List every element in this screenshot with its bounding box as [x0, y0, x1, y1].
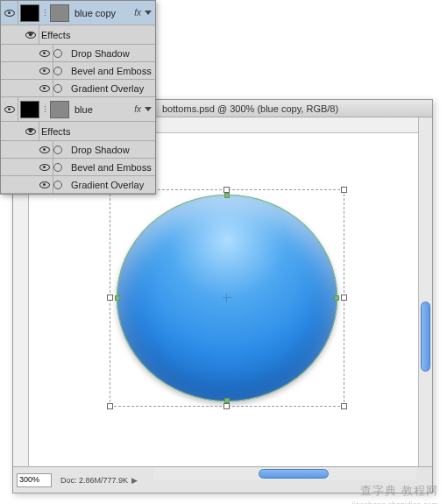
- effect-name: Gradient Overlay: [67, 83, 155, 94]
- effect-icon: [53, 67, 62, 75]
- link-icon[interactable]: ⋮: [41, 9, 48, 18]
- scrollbar-thumb[interactable]: [421, 302, 430, 372]
- document-title: bottoms.psd @ 300% (blue copy, RGB/8): [162, 103, 338, 114]
- transform-handle[interactable]: [107, 403, 113, 409]
- layer-thumbnail[interactable]: [20, 101, 39, 118]
- layer-thumbnail[interactable]: [20, 4, 39, 22]
- collapse-arrow-icon[interactable]: [145, 11, 152, 15]
- transform-handle[interactable]: [224, 403, 230, 409]
- transform-bounding-box[interactable]: [110, 189, 344, 407]
- scrollbar-thumb[interactable]: [259, 469, 329, 479]
- layers-panel[interactable]: ⋮ blue copy fx Effects Drop Shadow Bevel…: [0, 0, 156, 195]
- visibility-toggle[interactable]: [36, 45, 53, 61]
- fx-badge[interactable]: fx: [131, 8, 145, 18]
- effect-icon: [53, 163, 62, 172]
- effects-header[interactable]: Effects: [1, 122, 155, 141]
- link-icon[interactable]: ⋮: [41, 105, 48, 114]
- transform-handle[interactable]: [341, 295, 347, 301]
- layer-row[interactable]: ⋮ blue fx: [1, 97, 155, 122]
- transform-handle[interactable]: [224, 187, 230, 193]
- effects-label: Effects: [38, 30, 155, 40]
- scrollbar-horizontal[interactable]: [153, 468, 416, 480]
- eye-icon: [25, 128, 36, 135]
- visibility-toggle[interactable]: [36, 62, 53, 79]
- effect-row[interactable]: Gradient Overlay: [1, 80, 155, 97]
- mask-thumbnail[interactable]: [50, 4, 69, 22]
- document-size-info: Doc: 2.86M/777.9K: [55, 476, 128, 485]
- zoom-field[interactable]: 300%: [17, 473, 52, 487]
- eye-icon: [39, 146, 50, 153]
- visibility-toggle[interactable]: [1, 97, 18, 121]
- watermark-url: jiaocheng.chazidian.com: [351, 500, 438, 504]
- watermark: 查字典 教程网: [360, 483, 438, 499]
- visibility-toggle[interactable]: [36, 80, 53, 96]
- layer-row[interactable]: ⋮ blue copy fx: [1, 1, 155, 25]
- transform-center-icon[interactable]: [223, 294, 231, 302]
- effect-icon: [53, 181, 62, 189]
- effect-name: Bevel and Emboss: [67, 162, 155, 173]
- eye-icon: [25, 32, 36, 39]
- visibility-toggle[interactable]: [36, 159, 53, 175]
- eye-icon: [4, 10, 15, 17]
- effect-row[interactable]: Drop Shadow: [1, 45, 155, 62]
- layer-name[interactable]: blue copy: [71, 8, 131, 18]
- effects-header[interactable]: Effects: [1, 25, 155, 45]
- collapse-arrow-icon[interactable]: [145, 107, 152, 111]
- effect-name: Drop Shadow: [67, 48, 155, 59]
- effect-icon: [53, 146, 62, 154]
- visibility-toggle[interactable]: [1, 1, 18, 25]
- fx-badge[interactable]: fx: [131, 104, 145, 114]
- visibility-toggle[interactable]: [22, 122, 39, 140]
- effect-name: Drop Shadow: [67, 145, 155, 155]
- transform-handle[interactable]: [341, 187, 347, 193]
- effects-label: Effects: [38, 126, 155, 137]
- eye-icon: [39, 181, 50, 188]
- effect-row[interactable]: Bevel and Emboss: [1, 159, 155, 176]
- effect-icon: [53, 84, 62, 93]
- effect-row[interactable]: Gradient Overlay: [1, 176, 155, 194]
- eye-icon: [39, 164, 50, 171]
- eye-icon: [4, 106, 15, 113]
- visibility-toggle[interactable]: [36, 141, 53, 158]
- transform-handle[interactable]: [341, 403, 347, 409]
- effect-row[interactable]: Drop Shadow: [1, 141, 155, 159]
- effect-row[interactable]: Bevel and Emboss: [1, 62, 155, 80]
- eye-icon: [39, 85, 50, 92]
- effect-name: Bevel and Emboss: [67, 66, 155, 76]
- layer-name[interactable]: blue: [71, 104, 131, 115]
- effect-name: Gradient Overlay: [67, 180, 155, 190]
- visibility-toggle[interactable]: [36, 176, 53, 193]
- info-menu-arrow-icon[interactable]: ▶: [131, 476, 138, 485]
- mask-thumbnail[interactable]: [50, 101, 69, 118]
- eye-icon: [39, 50, 50, 57]
- effect-icon: [53, 49, 62, 58]
- scrollbar-vertical[interactable]: [418, 117, 432, 466]
- visibility-toggle[interactable]: [22, 25, 39, 44]
- transform-handle[interactable]: [107, 295, 113, 301]
- eye-icon: [39, 67, 50, 75]
